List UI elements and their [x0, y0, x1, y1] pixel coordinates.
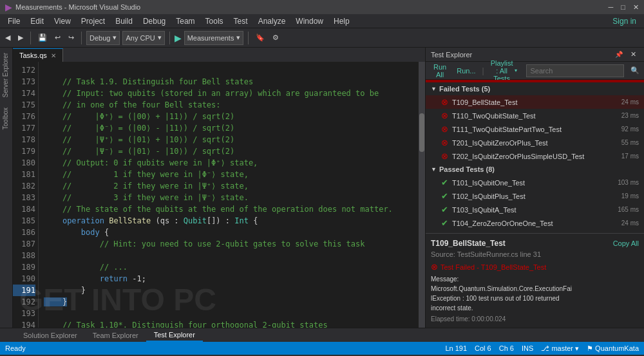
toolbox-tab[interactable]: Toolbox	[0, 102, 12, 135]
test-time: 24 ms	[621, 98, 639, 106]
failed-group-label: Failed Tests (5)	[439, 85, 490, 93]
menu-test[interactable]: Test	[229, 15, 253, 27]
save-button[interactable]: 💾	[35, 32, 50, 43]
config-dropdown[interactable]: Debug ▾	[86, 31, 120, 45]
te-detail-header: T109_BellState_Test Copy All	[431, 239, 639, 248]
test-explorer-bottom-tab[interactable]: Test Explorer	[146, 329, 203, 342]
status-quantum: ⚑ QuantumKata	[587, 344, 639, 353]
main-area: Server Explorer Toolbox Tasks.qs ✕ 172 1…	[0, 48, 644, 328]
te-item-left: ✔ T104_ZeroZeroOrOneOne_Test	[441, 218, 553, 228]
platform-arrow: ▾	[158, 33, 162, 42]
line-num: 184	[13, 203, 35, 215]
minimize-button[interactable]: ─	[609, 3, 614, 12]
te-pin-button[interactable]: 📌	[612, 49, 625, 60]
test-list[interactable]: ▼ Failed Tests (5) ⊗ T109_BellState_Test…	[426, 82, 644, 233]
list-item[interactable]: ⊗ T111_TwoQubitStatePartTwo_Test 92 ms	[426, 122, 644, 136]
te-toolbar: Run All Run... | Playlist : All Tests ▾ …	[426, 62, 644, 80]
list-item[interactable]: ✔ T103_IsQubitA_Test 165 ms	[426, 203, 644, 216]
line-num: 194	[13, 319, 35, 328]
signin-button[interactable]: Sign in	[607, 15, 641, 27]
status-ready: Ready	[5, 344, 26, 352]
team-explorer-tab[interactable]: Team Explorer	[85, 330, 146, 341]
test-explorer-panel: Test Explorer 📌 ✕ Run All Run... | Playl…	[425, 48, 644, 328]
bookmark-button[interactable]: 🔖	[253, 32, 267, 43]
fail-icon: ⊗	[441, 111, 448, 120]
menu-tools[interactable]: Tools	[200, 15, 229, 27]
test-explorer-header: Test Explorer 📌 ✕	[426, 48, 644, 62]
redo-button[interactable]: ↪	[66, 32, 77, 43]
vertical-scrollbar[interactable]	[419, 62, 425, 328]
menu-view[interactable]: View	[49, 15, 76, 27]
line-num: 173	[13, 76, 35, 88]
line-num: 172	[13, 64, 35, 76]
list-item[interactable]: ✔ T104_ZeroZeroOrOneOne_Test 24 ms	[426, 216, 644, 230]
test-time: 17 ms	[621, 153, 639, 160]
menu-build[interactable]: Build	[110, 15, 138, 27]
platform-dropdown[interactable]: Any CPU ▾	[122, 31, 164, 45]
scrollbar-thumb[interactable]	[419, 113, 424, 152]
menu-project[interactable]: Project	[76, 15, 110, 27]
status-ins: INS	[522, 344, 533, 353]
te-header-controls: 📌 ✕	[612, 49, 639, 60]
menu-debug[interactable]: Debug	[138, 15, 171, 27]
te-detail-message: Message: Microsoft.Quantum.Simulation.Co…	[431, 274, 639, 313]
settings-button[interactable]: ⚙	[270, 32, 281, 43]
test-name: T201_IsQubitZeroOrPlus_Test	[452, 139, 548, 147]
failed-tests-group[interactable]: ▼ Failed Tests (5)	[426, 82, 644, 95]
line-num: 187	[13, 238, 35, 250]
line-num: 176	[13, 111, 35, 122]
code-area[interactable]: 172 173 174 175 176 177 178 179 180 181 …	[13, 62, 425, 328]
toolbar-sep-4	[248, 32, 249, 44]
te-copy-all-button[interactable]: Copy All	[613, 239, 639, 247]
solution-explorer-tab-label[interactable]: Solution Explorer	[15, 330, 85, 341]
te-run-button[interactable]: Run...	[453, 66, 479, 76]
forward-button[interactable]: ▶	[15, 32, 26, 43]
line-num: 177	[13, 122, 35, 134]
list-item[interactable]: ⊗ T201_IsQubitZeroOrPlus_Test 55 ms	[426, 136, 644, 149]
te-search-button[interactable]: 🔍	[627, 65, 643, 76]
te-run-all-button[interactable]: Run All	[430, 62, 450, 80]
test-time: 19 ms	[621, 192, 639, 200]
back-button[interactable]: ◀	[3, 32, 13, 43]
editor-tab-tasks[interactable]: Tasks.qs ✕	[13, 48, 63, 62]
menu-analyze[interactable]: Analyze	[253, 15, 291, 27]
test-explorer-title: Test Explorer	[431, 51, 472, 59]
left-sidebar: Server Explorer Toolbox	[0, 48, 13, 328]
toolbar-sep-1	[30, 32, 31, 44]
status-git: ⎇ master ▾	[541, 344, 579, 353]
project-dropdown[interactable]: Measurements ▾	[184, 31, 244, 45]
menu-window[interactable]: Window	[290, 15, 328, 27]
server-explorer-tab[interactable]: Server Explorer	[0, 48, 12, 102]
list-item[interactable]: ⊗ T109_BellState_Test 24 ms	[426, 95, 644, 109]
run-button[interactable]: ▶	[175, 33, 182, 43]
menu-file[interactable]: File	[3, 15, 25, 27]
maximize-button[interactable]: □	[621, 3, 625, 12]
line-num: 175	[13, 99, 35, 111]
passed-group-label: Passed Tests (8)	[439, 165, 495, 173]
list-item[interactable]: ✔ T102_IsQubitPlus_Test 19 ms	[426, 189, 644, 203]
menu-edit[interactable]: Edit	[25, 15, 49, 27]
toolbar-sep-2	[81, 32, 82, 44]
list-item[interactable]: ⊗ T110_TwoQubitState_Test 23 ms	[426, 109, 644, 122]
list-item[interactable]: ✔ T101_IsQubitOne_Test 103 ms	[426, 176, 644, 189]
passed-tests-group[interactable]: ▼ Passed Tests (8)	[426, 163, 644, 176]
solution-explorer-tab[interactable]	[0, 333, 15, 337]
close-button[interactable]: ✕	[633, 3, 639, 12]
editor-tabs: Tasks.qs ✕	[13, 48, 425, 62]
line-num: 174	[13, 88, 35, 99]
tab-close-button[interactable]: ✕	[51, 52, 56, 59]
project-label: Measurements	[187, 34, 234, 42]
menu-help[interactable]: Help	[328, 15, 355, 27]
te-search-input[interactable]	[526, 64, 624, 77]
te-item-left: ⊗ T110_TwoQubitState_Test	[441, 111, 536, 120]
menu-team[interactable]: Team	[171, 15, 200, 27]
line-num: 180	[13, 157, 35, 169]
list-item[interactable]: ⊗ T202_IsQubitZeroOrPlusSimpleUSD_Test 1…	[426, 149, 644, 163]
line-num: 182	[13, 180, 35, 192]
project-arrow: ▾	[236, 33, 240, 42]
code-content[interactable]: // Task 1.9. Distinguish four Bell state…	[39, 62, 419, 328]
te-item-left: ⊗ T109_BellState_Test	[441, 97, 518, 107]
te-close-button[interactable]: ✕	[628, 49, 639, 60]
undo-button[interactable]: ↩	[52, 32, 63, 43]
test-name: T102_IsQubitPlus_Test	[452, 192, 526, 200]
